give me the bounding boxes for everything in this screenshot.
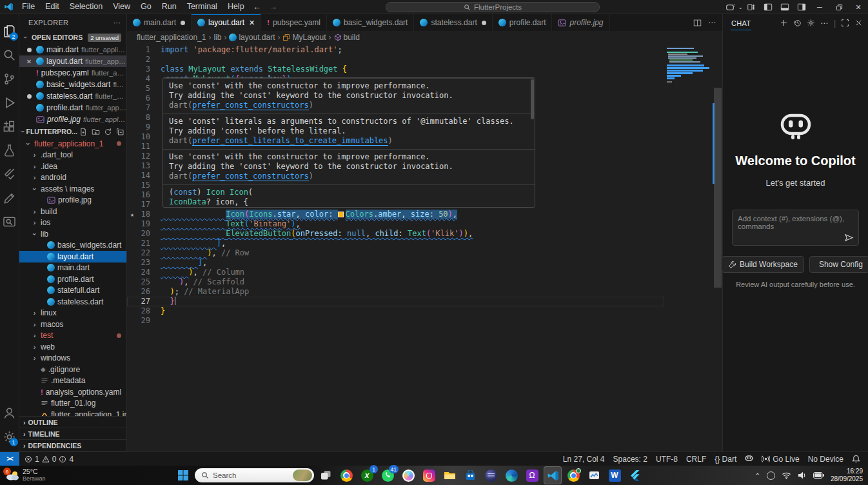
refresh-icon[interactable] (104, 128, 112, 136)
tree-item-android[interactable]: ›android (19, 172, 126, 184)
remote-indicator[interactable]: >< (0, 452, 19, 466)
status-ln-27-col-4[interactable]: Ln 27, Col 4 (563, 455, 605, 464)
tab-layout.dart[interactable]: layout.dart✕ (192, 14, 261, 31)
taskbar-search[interactable]: Search (195, 468, 314, 482)
tree-item-ios[interactable]: ›ios (19, 217, 126, 229)
taskbar-chrome-profile[interactable] (564, 466, 582, 484)
close-icon[interactable]: ✕ (249, 19, 255, 27)
collapse-all-icon[interactable] (116, 128, 124, 136)
activity-pencil-icon[interactable] (0, 186, 19, 210)
open-editor-stateless.dart[interactable]: stateless.dartflutter_application_1 (19, 90, 126, 102)
tree-item-flutter_application_1[interactable]: ›flutter_application_1 (19, 138, 126, 150)
activity-source-control-icon[interactable] (0, 67, 19, 91)
activity-account-icon[interactable] (0, 401, 19, 425)
menu-view[interactable]: View (108, 0, 135, 14)
menu-terminal[interactable]: Terminal (182, 0, 222, 14)
taskbar-chrome[interactable] (337, 466, 355, 484)
tree-item-profile.dart[interactable]: profile.dart (19, 273, 126, 285)
tooltip-scrollbar[interactable] (531, 79, 534, 119)
tree-item-macos[interactable]: ›macos (19, 319, 126, 330)
tree-item-build[interactable]: ›build (19, 206, 126, 217)
taskbar-task-manager[interactable] (585, 466, 603, 484)
open-editor-pubspec.yaml[interactable]: !pubspec.yamlflutter_application_1 (19, 67, 126, 79)
open-editor-basic_widgets.dart[interactable]: basic_widgets.dartflutter_application_1 (19, 79, 126, 90)
taskbar-word[interactable]: W (606, 466, 624, 484)
tree-item-test[interactable]: ›test (19, 330, 126, 342)
tab-stateless.dart[interactable]: stateless.dart (414, 14, 492, 31)
taskbar-flutter-app[interactable] (626, 466, 644, 484)
show-config-button[interactable]: Show Config (809, 256, 868, 273)
activity-screen-search-icon[interactable] (0, 210, 19, 234)
toggle-sidebar-icon[interactable] (760, 0, 776, 14)
menu-file[interactable]: File (17, 0, 40, 14)
taskbar-xbox[interactable]: x1 (358, 466, 376, 484)
tab-profile.dart[interactable]: profile.dart (493, 14, 553, 31)
tree-item-layout.dart[interactable]: layout.dart (19, 251, 126, 262)
forward-icon[interactable]: → (269, 0, 277, 14)
status-crlf[interactable]: CRLF (686, 455, 706, 464)
tree-item-.gitignore[interactable]: ◆.gitignore (19, 364, 126, 375)
menu-edit[interactable]: Edit (40, 0, 64, 14)
activity-search-icon[interactable] (0, 43, 19, 67)
status-go-live[interactable]: Go Live (762, 455, 799, 464)
lint-rule-link[interactable]: prefer_const_constructors (192, 172, 309, 181)
close-icon[interactable]: ✕ (25, 58, 34, 65)
color-swatch-amber[interactable] (338, 212, 344, 217)
tree-item-.metadata[interactable]: .metadata (19, 375, 126, 387)
wifi-icon[interactable] (782, 471, 791, 479)
menu-selection[interactable]: Selection (64, 0, 108, 14)
section-outline[interactable]: ›OUTLINE (19, 417, 126, 428)
tree-item-web[interactable]: ›web (19, 341, 126, 353)
tree-item-profile.jpg[interactable]: profile.jpg (19, 195, 126, 206)
tab-basic_widgets.dart[interactable]: basic_widgets.dart (327, 14, 414, 31)
explorer-more-icon[interactable]: ⋯ (113, 19, 121, 27)
project-header[interactable]: › FLUTTERPRO... (19, 125, 126, 138)
taskbar-whatsapp[interactable]: 41 (379, 466, 397, 484)
code-editor[interactable]: 1import 'package:flutter/material.dart';… (127, 44, 722, 451)
gear-icon[interactable] (807, 19, 815, 27)
status-bell[interactable] (852, 455, 860, 463)
open-editor-main.dart[interactable]: main.dartflutter_application_1 (19, 44, 126, 55)
activity-run-debug-icon[interactable] (0, 91, 19, 115)
close-window-button[interactable]: ✕ (849, 0, 868, 14)
history-icon[interactable] (793, 19, 802, 27)
clock[interactable]: 16:2928/09/2025 (831, 468, 863, 483)
taskbar-omega-app[interactable]: Ω (523, 466, 541, 484)
status-no-device[interactable]: No Device (808, 455, 843, 464)
taskbar-ms-store[interactable] (461, 466, 479, 484)
more-icon[interactable]: ⋯ (820, 19, 829, 28)
open-editors-header[interactable]: › OPEN EDITORS 2 unsaved (19, 31, 126, 44)
tree-item-.dart_tool[interactable]: ›.dart_tool (19, 150, 126, 161)
send-icon[interactable] (844, 233, 854, 242)
activity-explorer-icon[interactable]: 2 (0, 19, 19, 43)
status-spaces-2[interactable]: Spaces: 2 (613, 455, 647, 464)
tree-item-basic_widgets.dart[interactable]: basic_widgets.dart (19, 240, 126, 252)
taskbar-edge[interactable] (502, 466, 520, 484)
tab-pubspec.yaml[interactable]: !pubspec.yaml (261, 14, 327, 31)
taskbar-vscode[interactable] (544, 466, 562, 484)
breadcrumb-lib[interactable]: lib (213, 33, 221, 42)
activity-extensions-icon[interactable] (0, 115, 19, 139)
activity-settings-icon[interactable]: 1 (0, 425, 19, 449)
volume-icon[interactable] (798, 471, 807, 479)
tree-item-lib[interactable]: ›lib (19, 228, 126, 240)
tab-chat[interactable]: CHAT (731, 16, 751, 30)
build-workspace-button[interactable]: Build Workspace (722, 256, 804, 273)
lint-rule-link[interactable]: prefer_const_literals_to_create_immutabl… (192, 136, 388, 146)
tree-item-flutter_application_1.iml[interactable]: flutter_application_1.iml (19, 409, 126, 416)
expand-icon[interactable] (841, 19, 849, 27)
tab-profile.jpg[interactable]: profile.jpg (552, 14, 609, 31)
new-chat-icon[interactable] (780, 19, 788, 27)
breadcrumb-build[interactable]: build (334, 33, 360, 42)
tree-item-assets-images[interactable]: ›assets \ images (19, 183, 126, 195)
tray-app-icon[interactable] (767, 471, 775, 480)
new-folder-icon[interactable] (92, 128, 100, 136)
weather-widget[interactable]: 6 25°C Berawan (5, 468, 46, 482)
maximize-button[interactable] (829, 0, 849, 14)
menu-go[interactable]: Go (135, 0, 157, 14)
split-editor-icon[interactable] (693, 19, 702, 27)
toggle-secondary-sidebar-icon[interactable] (793, 0, 810, 14)
activity-testing-icon[interactable] (0, 139, 19, 163)
taskbar-task-view[interactable] (317, 466, 335, 484)
close-icon[interactable] (854, 19, 863, 27)
